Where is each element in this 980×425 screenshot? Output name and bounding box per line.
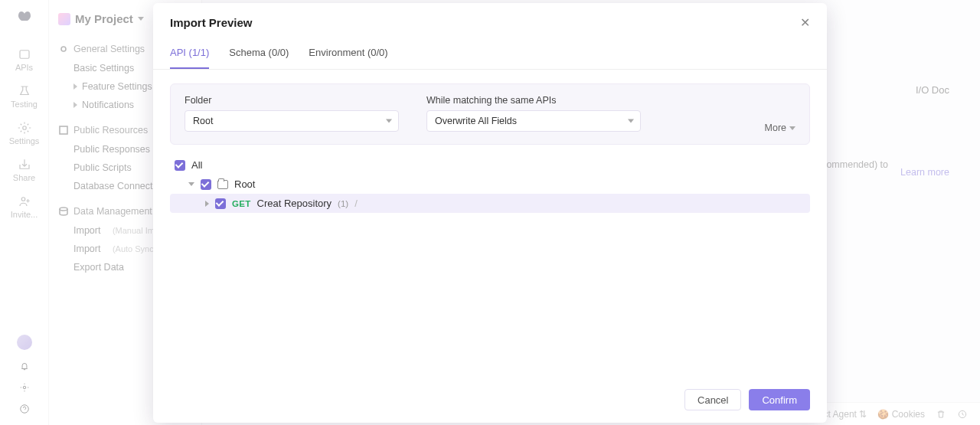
match-select-value: Overwrite All Fields bbox=[435, 116, 517, 126]
tree-root-row[interactable]: Root bbox=[170, 175, 810, 194]
chevron-right-icon[interactable] bbox=[205, 201, 209, 207]
confirm-button[interactable]: Confirm bbox=[749, 389, 810, 410]
checkbox-root[interactable] bbox=[201, 179, 211, 190]
chevron-down-icon bbox=[628, 119, 634, 123]
api-name: Creat Repository bbox=[257, 198, 332, 209]
tab-environment[interactable]: Environment (0/0) bbox=[309, 38, 387, 69]
api-count: (1) bbox=[338, 199, 348, 208]
checkbox-all[interactable] bbox=[175, 160, 185, 171]
api-path: / bbox=[354, 198, 358, 209]
folder-select[interactable]: Root bbox=[185, 110, 399, 132]
close-icon[interactable]: ✕ bbox=[800, 15, 810, 30]
chevron-down-icon[interactable] bbox=[188, 182, 194, 186]
modal-title: Import Preview bbox=[170, 16, 253, 29]
tree-api-row[interactable]: GET Creat Repository (1) / bbox=[170, 194, 810, 213]
checkbox-api[interactable] bbox=[215, 198, 226, 209]
chevron-down-icon bbox=[789, 126, 795, 130]
folder-select-value: Root bbox=[193, 116, 213, 126]
options-panel: Folder Root While matching the same APIs… bbox=[170, 83, 810, 145]
http-method-badge: GET bbox=[232, 199, 251, 208]
more-toggle[interactable]: More bbox=[765, 123, 795, 133]
more-label: More bbox=[765, 123, 786, 133]
tree-root-label: Root bbox=[234, 178, 255, 190]
chevron-down-icon bbox=[386, 119, 392, 123]
tab-api[interactable]: API (1/1) bbox=[170, 38, 209, 69]
match-label: While matching the same APIs bbox=[426, 95, 641, 106]
match-select[interactable]: Overwrite All Fields bbox=[426, 110, 641, 132]
tree-all-row[interactable]: All bbox=[170, 155, 810, 175]
folder-icon bbox=[217, 180, 228, 189]
import-preview-modal: Import Preview ✕ API (1/1) Schema (0/0) … bbox=[153, 3, 827, 423]
folder-label: Folder bbox=[185, 95, 399, 106]
tab-schema[interactable]: Schema (0/0) bbox=[229, 38, 289, 69]
cancel-button[interactable]: Cancel bbox=[684, 389, 741, 410]
tree-all-label: All bbox=[191, 159, 202, 171]
